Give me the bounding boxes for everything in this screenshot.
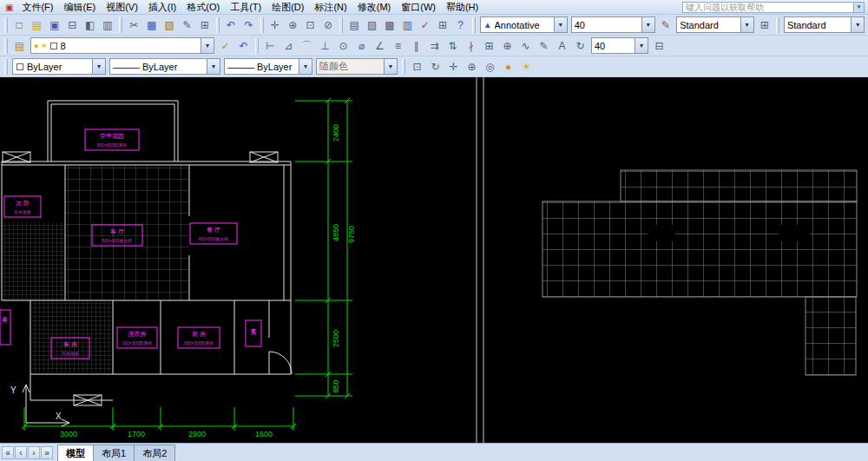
publish-icon[interactable]: ▥ — [99, 16, 116, 34]
tolerance-icon[interactable]: ⊞ — [480, 36, 498, 55]
tab-nav-last-icon[interactable]: » — [41, 446, 53, 459]
dim-aligned-icon[interactable]: ⊿ — [279, 36, 298, 55]
tool-palettes-icon[interactable]: ▩ — [381, 16, 398, 34]
dim-linear-icon[interactable]: ⊢ — [261, 36, 279, 55]
dim-break-icon[interactable]: ∤ — [462, 36, 480, 55]
dropdown-arrow-icon[interactable]: ▾ — [299, 59, 312, 74]
menu-insert[interactable]: 插入(I) — [143, 0, 181, 15]
dropdown-arrow-icon[interactable]: ▾ — [740, 17, 753, 32]
toolbar-grip[interactable] — [402, 59, 405, 75]
tab-nav-next-icon[interactable]: › — [28, 446, 40, 459]
redo-icon[interactable]: ↷ — [240, 16, 257, 34]
help-icon[interactable]: ? — [451, 16, 469, 34]
quick-dimension-icon[interactable]: ≡ — [389, 36, 407, 55]
block-editor-icon[interactable]: ⊞ — [196, 16, 214, 34]
sheet-set-manager-icon[interactable]: ▥ — [398, 16, 416, 34]
tab-nav-first-icon[interactable]: « — [2, 446, 14, 459]
layer-combo[interactable]: ● ☀ 8 ▾ — [30, 37, 214, 54]
dropdown-arrow-icon[interactable]: ▾ — [635, 38, 648, 53]
3d-zoom-icon[interactable]: ⊕ — [463, 57, 481, 76]
dim-arc-length-icon[interactable]: ⌒ — [298, 36, 316, 55]
help-dropdown-arrow-icon[interactable]: ▾ — [854, 2, 865, 13]
dropdown-arrow-icon[interactable]: ▾ — [92, 59, 105, 74]
text-height-combo[interactable]: 40 ▾ — [571, 16, 655, 33]
zoom-window-icon[interactable]: ⊡ — [301, 16, 319, 34]
plot-icon[interactable]: ⊟ — [63, 16, 81, 34]
toolbar-grip[interactable] — [4, 59, 8, 75]
tab-nav-prev-icon[interactable]: ‹ — [15, 446, 27, 459]
quickcalc-icon[interactable]: ⊞ — [434, 16, 451, 34]
toolbar-grip[interactable] — [119, 17, 122, 33]
toolbar-grip[interactable] — [4, 38, 8, 54]
menu-draw[interactable]: 绘图(D) — [266, 0, 309, 15]
dim-baseline-icon[interactable]: ∥ — [407, 36, 425, 55]
dim-style-combo[interactable]: 40 ▾ — [591, 37, 648, 54]
menu-view[interactable]: 视图(V) — [101, 0, 143, 15]
dropdown-arrow-icon[interactable]: ▾ — [384, 59, 397, 74]
text-style-combo[interactable]: Standard ▾ — [676, 16, 753, 33]
linetype-combo[interactable]: ——— ByLayer ▾ — [109, 58, 220, 75]
menu-dimension[interactable]: 标注(N) — [309, 0, 352, 15]
match-properties-icon[interactable]: ✎ — [178, 16, 195, 34]
new-file-icon[interactable]: □ — [10, 16, 28, 34]
menu-window[interactable]: 窗口(W) — [396, 0, 441, 15]
lineweight-combo[interactable]: ——— ByLayer ▾ — [224, 58, 312, 75]
copy-icon[interactable]: ▦ — [143, 16, 161, 34]
save-icon[interactable]: ▣ — [46, 16, 63, 34]
mleader-style-combo[interactable]: Standard ▾ — [784, 16, 865, 33]
pan-icon[interactable]: ✛ — [266, 16, 284, 34]
dim-space-icon[interactable]: ⇅ — [444, 36, 462, 55]
properties-palette-icon[interactable]: ▤ — [345, 16, 363, 34]
dim-continue-icon[interactable]: ⇉ — [425, 36, 444, 55]
menu-format[interactable]: 格式(O) — [181, 0, 225, 15]
undo-icon[interactable]: ↶ — [222, 16, 240, 34]
draworder-icon[interactable]: ⊡ — [408, 57, 426, 76]
render-icon[interactable]: ● — [499, 57, 517, 76]
make-object-layer-current-icon[interactable]: ✓ — [216, 36, 234, 55]
plot-preview-icon[interactable]: ◧ — [81, 16, 98, 34]
drawing-canvas[interactable]: 2400 4850 2500 650 9750 3000 1700 2900 1… — [0, 77, 868, 443]
cut-icon[interactable]: ✂ — [125, 16, 142, 34]
3d-orbit-icon[interactable]: ↻ — [426, 57, 444, 76]
layer-previous-icon[interactable]: ↶ — [234, 36, 253, 55]
toolbar-grip[interactable] — [4, 17, 8, 33]
tab-layout1[interactable]: 布局1 — [93, 445, 135, 461]
dim-angular-icon[interactable]: ∠ — [371, 36, 389, 55]
menu-tools[interactable]: 工具(T) — [225, 0, 266, 15]
dim-diameter-icon[interactable]: ⌀ — [352, 36, 371, 55]
toolbar-grip[interactable] — [216, 17, 220, 33]
dropdown-arrow-icon[interactable]: ▾ — [207, 59, 220, 74]
menu-help[interactable]: 帮助(H) — [441, 0, 483, 15]
3d-pan-icon[interactable]: ✛ — [444, 57, 463, 76]
dim-text-edit-icon[interactable]: A — [553, 36, 571, 55]
zoom-realtime-icon[interactable]: ⊕ — [284, 16, 301, 34]
menu-edit[interactable]: 编辑(E) — [59, 0, 102, 15]
dropdown-arrow-icon[interactable]: ▾ — [201, 38, 214, 53]
toolbar-grip[interactable] — [776, 17, 779, 33]
toolbar-grip[interactable] — [339, 17, 343, 33]
toolbar-grip[interactable] — [255, 38, 259, 54]
dim-style-manager-icon[interactable]: ⊟ — [650, 36, 668, 55]
toolbar-grip[interactable] — [260, 17, 264, 33]
dim-jog-icon[interactable]: ∿ — [516, 36, 535, 55]
zoom-previous-icon[interactable]: ⊘ — [319, 16, 337, 34]
dropdown-arrow-icon[interactable]: ▾ — [641, 17, 654, 32]
dropdown-arrow-icon[interactable]: ▾ — [554, 17, 567, 32]
open-file-icon[interactable]: ▤ — [28, 16, 45, 34]
dim-update-icon[interactable]: ↻ — [571, 36, 589, 55]
toolbar-grip[interactable] — [472, 17, 476, 33]
dropdown-arrow-icon[interactable]: ▾ — [851, 17, 864, 32]
style-brush-icon[interactable]: ✎ — [657, 16, 674, 34]
tab-layout2[interactable]: 布局2 — [134, 445, 175, 461]
sun-properties-icon[interactable]: ☀ — [517, 57, 536, 76]
designcenter-icon[interactable]: ▨ — [363, 16, 380, 34]
center-mark-icon[interactable]: ⊕ — [498, 36, 516, 55]
dim-radius-icon[interactable]: ⊙ — [334, 36, 352, 55]
markup-set-manager-icon[interactable]: ✓ — [417, 16, 434, 34]
menu-modify[interactable]: 修改(M) — [352, 0, 397, 15]
help-search-input[interactable] — [682, 2, 854, 13]
dim-edit-icon[interactable]: ✎ — [535, 36, 553, 55]
paste-icon[interactable]: ▧ — [161, 16, 178, 34]
dim-ordinate-icon[interactable]: ⊥ — [316, 36, 334, 55]
tab-model[interactable]: 模型 — [57, 445, 94, 461]
